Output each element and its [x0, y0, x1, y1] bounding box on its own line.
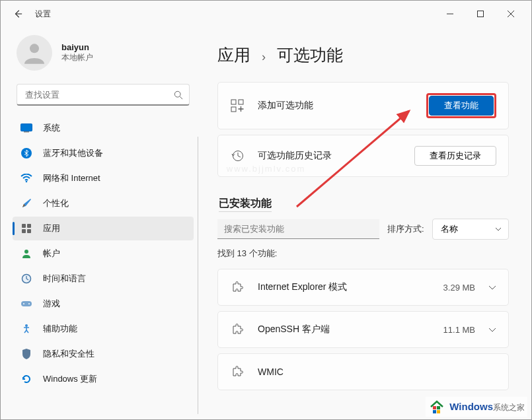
breadcrumb-parent[interactable]: 应用 [217, 46, 250, 64]
nav-item-time[interactable]: 时间和语言 [13, 267, 194, 291]
feature-size: 11.1 MB [443, 325, 475, 335]
window-controls [435, 3, 526, 24]
sort-label: 排序方式: [387, 223, 424, 235]
nav-item-accounts[interactable]: 帐户 [13, 242, 194, 265]
puzzle-icon [230, 280, 245, 295]
window-title: 设置 [35, 9, 51, 20]
history-label: 可选功能历史记录 [258, 150, 401, 162]
sort-select[interactable]: 名称 [432, 219, 509, 240]
nav-divider [198, 137, 198, 414]
svg-point-5 [174, 91, 180, 97]
clock-icon [20, 273, 32, 285]
svg-rect-29 [437, 410, 440, 413]
sort-value: 名称 [441, 223, 458, 235]
minimize-icon [447, 11, 453, 17]
search-sort-row: 排序方式: 名称 [217, 219, 509, 240]
add-feature-icon [230, 98, 245, 113]
user-block[interactable]: baiyun 本地帐户 [13, 35, 195, 71]
wifi-icon [20, 172, 32, 184]
close-button[interactable] [496, 3, 526, 24]
gamepad-icon [20, 298, 32, 310]
nav-item-bluetooth[interactable]: 蓝牙和其他设备 [13, 141, 194, 165]
nav-item-gaming[interactable]: 游戏 [13, 292, 194, 316]
svg-rect-17 [21, 301, 32, 306]
nav-item-apps[interactable]: 应用 [13, 217, 194, 240]
user-account-type: 本地帐户 [61, 52, 93, 63]
main-content: 应用 › 可选功能 添加可选功能 查看功能 可选功能历史记录 查看历史记录 已安… [199, 27, 531, 419]
nav-label: 蓝牙和其他设备 [43, 147, 103, 159]
nav-label: 应用 [43, 223, 60, 234]
nav-item-update[interactable]: Windows 更新 [13, 367, 194, 391]
puzzle-icon [230, 322, 245, 337]
svg-rect-22 [239, 100, 243, 104]
installed-search-input[interactable] [217, 219, 379, 239]
watermark: Windows系统之家 [426, 397, 527, 417]
bluetooth-icon [20, 147, 32, 159]
svg-point-10 [26, 181, 28, 183]
svg-rect-28 [433, 410, 436, 413]
feature-size: 3.29 MB [443, 283, 475, 293]
shield-icon [20, 348, 32, 360]
nav-label: 时间和语言 [43, 273, 86, 285]
nav-item-accessibility[interactable]: 辅助功能 [13, 317, 194, 341]
svg-rect-7 [21, 124, 32, 131]
svg-rect-11 [22, 224, 26, 228]
breadcrumb: 应用 › 可选功能 [217, 44, 509, 66]
svg-rect-27 [437, 406, 440, 409]
nav: 系统 蓝牙和其他设备 网络和 Internet 个性化 应用 帐户 [13, 116, 195, 391]
titlebar: 设置 [1, 1, 531, 27]
sidebar: baiyun 本地帐户 系统 蓝牙和其他设备 网络和 Internet [1, 27, 199, 419]
history-card: 可选功能历史记录 查看历史记录 [217, 135, 509, 177]
svg-point-4 [30, 44, 39, 53]
close-icon [508, 11, 514, 17]
apps-icon [20, 223, 32, 234]
nav-label: 系统 [43, 122, 60, 134]
nav-item-system[interactable]: 系统 [13, 116, 194, 140]
feature-item[interactable]: OpenSSH 客户端 11.1 MB [217, 311, 509, 348]
update-icon [20, 373, 32, 385]
svg-point-20 [25, 324, 28, 327]
person-icon [20, 248, 32, 260]
back-button[interactable] [13, 9, 23, 19]
svg-point-18 [23, 303, 24, 304]
svg-rect-13 [22, 229, 26, 233]
view-history-button[interactable]: 查看历史记录 [414, 146, 496, 166]
puzzle-icon [230, 365, 245, 379]
search-wrap [17, 84, 190, 106]
feature-item[interactable]: Internet Explorer 模式 3.29 MB [217, 269, 509, 306]
avatar [17, 35, 52, 71]
nav-label: 辅助功能 [43, 323, 77, 335]
watermark-sub: 系统之家 [493, 403, 525, 412]
svg-rect-12 [27, 224, 31, 228]
svg-rect-8 [24, 131, 29, 133]
svg-point-15 [24, 250, 28, 254]
minimize-button[interactable] [435, 3, 465, 24]
history-icon [230, 149, 245, 163]
svg-point-19 [28, 303, 30, 304]
search-input[interactable] [17, 84, 190, 106]
watermark-main: Windows [449, 401, 493, 412]
svg-rect-23 [231, 107, 236, 112]
breadcrumb-separator: › [262, 50, 266, 63]
nav-label: 隐私和安全性 [43, 348, 95, 360]
nav-label: Windows 更新 [43, 373, 97, 385]
nav-item-personalization[interactable]: 个性化 [13, 192, 194, 215]
nav-item-privacy[interactable]: 隐私和安全性 [13, 342, 194, 366]
chevron-down-icon [488, 328, 496, 332]
nav-label: 个性化 [43, 197, 69, 209]
breadcrumb-current: 可选功能 [277, 46, 343, 64]
svg-rect-21 [231, 100, 236, 104]
add-feature-label: 添加可选功能 [258, 100, 413, 112]
search-icon [174, 90, 183, 100]
feature-item[interactable]: WMIC [217, 353, 509, 390]
system-icon [20, 122, 32, 134]
maximize-button[interactable] [465, 3, 496, 24]
svg-rect-14 [27, 229, 31, 233]
nav-item-network[interactable]: 网络和 Internet [13, 166, 194, 190]
view-features-button[interactable]: 查看功能 [429, 96, 494, 116]
person-icon [21, 40, 48, 66]
highlight-box: 查看功能 [426, 93, 496, 118]
feature-name: WMIC [258, 367, 483, 377]
feature-count: 找到 13 个功能: [217, 248, 509, 260]
svg-line-6 [180, 96, 182, 99]
